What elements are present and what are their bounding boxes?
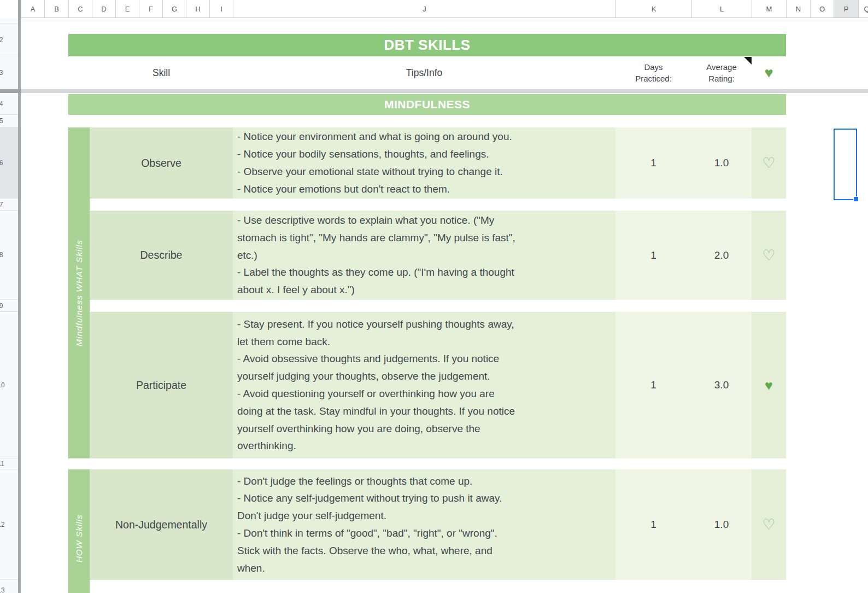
rating-cell-describe[interactable]: 2.0 <box>691 211 752 300</box>
tips-cell-non-judgementally[interactable]: - Don't judge the feelings or thoughts t… <box>233 469 615 580</box>
group-label-mindfulness-what-skills[interactable]: Mindfulness WHAT Skills <box>68 127 90 458</box>
average-rating-header[interactable]: Average Rating: <box>691 56 752 89</box>
favorite-cell-observe[interactable]: ♡ <box>752 127 786 199</box>
col-header-Q[interactable]: Q <box>858 0 868 18</box>
tips-cell-participate[interactable]: - Stay present. If you notice yourself p… <box>233 312 615 458</box>
frozen-rows-divider[interactable] <box>0 89 868 93</box>
skill-cell-participate[interactable]: Participate <box>90 312 233 458</box>
days-practiced-header[interactable]: Days Practiced: <box>615 56 691 89</box>
fill-handle[interactable] <box>853 196 859 202</box>
col-header-M[interactable]: M <box>752 0 786 18</box>
col-header-L[interactable]: L <box>691 0 752 18</box>
rating-cell-participate[interactable]: 3.0 <box>691 312 752 458</box>
row-header-4[interactable]: 4 <box>0 93 18 115</box>
favorite-cell-non-judgementally[interactable]: ♡ <box>752 469 786 580</box>
col-header-H[interactable]: H <box>186 0 209 18</box>
col-header-D[interactable]: D <box>92 0 115 18</box>
heart-filled-icon: ♥ <box>765 377 773 393</box>
row-header-8[interactable]: 8 <box>0 211 18 300</box>
rating-cell-non-judgementally[interactable]: 1.0 <box>691 469 752 580</box>
favorite-cell-participate[interactable]: ♥ <box>752 312 786 458</box>
row-header-13[interactable]: 13 <box>0 580 18 593</box>
tips-cell-observe[interactable]: - Notice your environment and what is go… <box>233 127 615 199</box>
row-header-3[interactable]: 3 <box>0 56 18 89</box>
favorite-cell-describe[interactable]: ♡ <box>752 211 786 300</box>
days-cell-observe[interactable]: 1 <box>615 127 691 199</box>
spreadsheet: A B C D E F G H I J K L M N O P Q 2 3 4 … <box>0 0 868 593</box>
heart-icon: ♥ <box>764 65 773 82</box>
heart-outline-icon: ♡ <box>762 516 775 533</box>
tips-column-header[interactable]: Tips/Info <box>233 56 615 89</box>
skill-cell-describe[interactable]: Describe <box>90 211 233 300</box>
col-header-I[interactable]: I <box>209 0 233 18</box>
row-header-6[interactable]: 6 <box>0 127 18 199</box>
heart-outline-icon: ♡ <box>762 154 775 172</box>
note-marker-icon <box>744 57 752 65</box>
table-title-cell[interactable]: DBT SKILLS <box>68 34 786 56</box>
col-header-B[interactable]: B <box>44 0 68 18</box>
col-header-E[interactable]: E <box>115 0 139 18</box>
rating-cell-observe[interactable]: 1.0 <box>691 127 752 199</box>
row-header-2[interactable]: 2 <box>0 24 18 56</box>
row-header-12[interactable]: 12 <box>0 469 18 580</box>
col-header-C[interactable]: C <box>68 0 92 18</box>
active-cell-selection <box>834 129 857 200</box>
heart-outline-icon: ♡ <box>762 247 775 264</box>
row-header-7[interactable]: 7 <box>0 199 18 211</box>
col-header-F[interactable]: F <box>139 0 162 18</box>
skill-cell-non-judgementally[interactable]: Non-Judgementally <box>90 469 233 580</box>
col-header-G[interactable]: G <box>162 0 186 18</box>
row-header-11[interactable]: 11 <box>0 458 18 469</box>
days-cell-non-judgementally[interactable]: 1 <box>615 469 691 580</box>
row-header-9[interactable]: 9 <box>0 300 18 312</box>
col-header-J[interactable]: J <box>233 0 615 18</box>
section-header-cell[interactable]: MINDFULNESS <box>68 94 786 115</box>
skill-column-header[interactable]: Skill <box>90 56 233 89</box>
col-header-A[interactable]: A <box>21 0 44 18</box>
col-header-O[interactable]: O <box>810 0 834 18</box>
days-cell-participate[interactable]: 1 <box>615 312 691 458</box>
tips-cell-describe[interactable]: - Use descriptive words to explain what … <box>233 211 615 300</box>
group-label-how-skills[interactable]: HOW Skills <box>68 469 90 593</box>
row-header-1-sliver[interactable] <box>0 18 18 24</box>
skill-cell-observe[interactable]: Observe <box>90 127 233 199</box>
frozen-rows-divider-corner <box>0 89 21 93</box>
row-header-5[interactable]: 5 <box>0 115 18 127</box>
days-cell-describe[interactable]: 1 <box>615 211 691 300</box>
col-header-K[interactable]: K <box>615 0 691 18</box>
col-header-P[interactable]: P <box>834 0 858 18</box>
col-header-N[interactable]: N <box>786 0 810 18</box>
heart-column-header[interactable]: ♥ <box>752 56 786 89</box>
row-header-10[interactable]: 10 <box>0 312 18 458</box>
